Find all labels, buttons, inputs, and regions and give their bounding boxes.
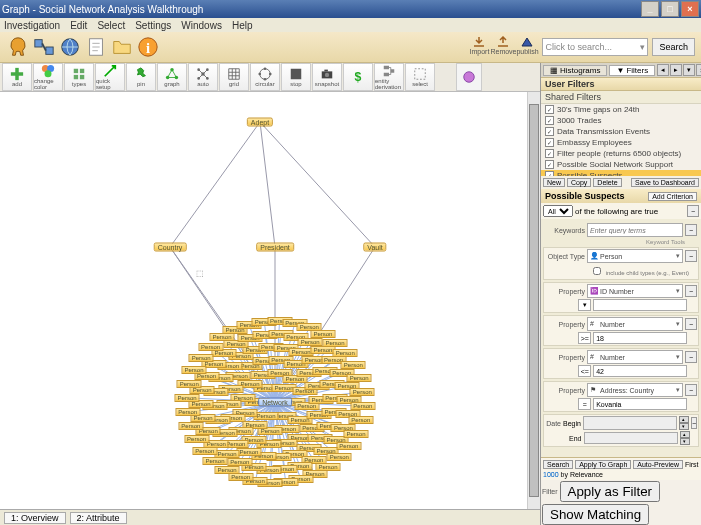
criterion-select[interactable]: ⚑Address: Country▾	[587, 383, 683, 397]
cluster-node[interactable]: Person	[189, 354, 214, 362]
status-tab-2[interactable]: 2: Attribute	[70, 512, 127, 524]
filter-item-4[interactable]: ✓Filter people (returns 6500 objects)	[541, 148, 701, 159]
cluster-node[interactable]: Person	[177, 380, 202, 388]
cluster-node[interactable]: Person	[178, 422, 203, 430]
tool-graph[interactable]: graph	[157, 63, 187, 91]
canvas-scrollbar[interactable]	[527, 92, 540, 509]
criterion-select[interactable]: #Number▾	[587, 350, 683, 364]
document-icon[interactable]	[84, 35, 108, 59]
cluster-node[interactable]: Person	[184, 435, 209, 443]
filter-save-dashboard[interactable]: Save to Dashboard	[631, 178, 699, 187]
graph-node-right[interactable]: Vault	[363, 243, 386, 252]
menu-help[interactable]: Help	[232, 20, 253, 31]
filter-new[interactable]: New	[543, 178, 565, 187]
graph-node-top[interactable]: Adept	[247, 118, 273, 127]
keywords-remove[interactable]: −	[685, 224, 697, 236]
publish-button[interactable]: publish	[516, 36, 538, 58]
status-tab-1[interactable]: 1: Overview	[4, 512, 66, 524]
tool-pin[interactable]: pin	[126, 63, 156, 91]
filter-item-5[interactable]: ✓Possible Social Network Support	[541, 159, 701, 170]
tool-auto[interactable]: auto	[188, 63, 218, 91]
include-subtypes-check[interactable]	[593, 267, 601, 275]
tool-add[interactable]: add	[2, 63, 32, 91]
criterion-op[interactable]: ▾	[578, 299, 591, 311]
graph-node-mid[interactable]: President	[256, 243, 294, 252]
tool-select[interactable]: select	[405, 63, 435, 91]
tool-circular[interactable]: circular	[250, 63, 280, 91]
user-filters-header[interactable]: User Filters	[541, 77, 701, 91]
menu-investigation[interactable]: Investigation	[4, 20, 60, 31]
tab-filters[interactable]: ▼Filters	[609, 65, 655, 76]
info-icon[interactable]: i	[136, 35, 160, 59]
graph-canvas[interactable]: Adept Country President Vault Network Pe…	[0, 92, 540, 509]
globe-icon[interactable]	[58, 35, 82, 59]
criterion-remove[interactable]: −	[685, 384, 697, 396]
shared-filters-header[interactable]: Shared Filters	[541, 91, 701, 104]
cluster-node[interactable]: Person	[348, 416, 373, 424]
cluster-node[interactable]: Person	[209, 333, 234, 341]
tool-grid[interactable]: grid	[219, 63, 249, 91]
tool-money[interactable]: $	[343, 63, 373, 91]
link-icon[interactable]	[32, 35, 56, 59]
footer-search[interactable]: Search	[543, 460, 573, 469]
criterion-remove[interactable]: −	[685, 318, 697, 330]
keywords-hint[interactable]: Keyword Tools	[543, 239, 699, 247]
nav-close[interactable]: ×	[696, 64, 701, 76]
remove-button[interactable]: Remove	[492, 36, 514, 58]
minimize-button[interactable]: _	[641, 1, 659, 17]
cluster-node[interactable]: Person	[310, 346, 335, 354]
filter-delete[interactable]: Delete	[593, 178, 621, 187]
cluster-node[interactable]: Person	[236, 448, 261, 456]
horseshoe-icon[interactable]	[6, 35, 30, 59]
tool-quick-setup[interactable]: quick setup	[95, 63, 125, 91]
cluster-node[interactable]: Person	[181, 366, 206, 374]
tool-change-color[interactable]: change color	[33, 63, 63, 91]
filter-item-1[interactable]: ✓3000 Trades	[541, 115, 701, 126]
import-button[interactable]: Import	[468, 36, 490, 58]
criterion-value-input[interactable]	[593, 299, 687, 311]
criterion-remove[interactable]: −	[685, 250, 697, 262]
nav-prev[interactable]: ◂	[657, 64, 669, 76]
date-remove[interactable]: −	[691, 417, 697, 429]
cluster-node[interactable]: Person	[333, 349, 358, 357]
filter-checkbox[interactable]: ✓	[545, 105, 554, 114]
cluster-node[interactable]: Person	[327, 453, 352, 461]
cluster-node[interactable]: Person	[198, 343, 223, 351]
criterion-value-input[interactable]	[593, 332, 687, 344]
menu-edit[interactable]: Edit	[70, 20, 87, 31]
add-criterion-button[interactable]: Add Criterion	[648, 192, 697, 201]
footer-count[interactable]: 1000	[543, 471, 559, 478]
cluster-node[interactable]: Person	[298, 338, 323, 346]
search-selector[interactable]: Click to search...▾	[542, 38, 648, 56]
date-end-spin[interactable]: ▴▾	[680, 431, 690, 445]
footer-auto-preview[interactable]: Auto-Preview	[633, 460, 683, 469]
filter-checkbox[interactable]: ✓	[545, 116, 554, 125]
cluster-node[interactable]: Person	[175, 394, 200, 402]
tab-histograms[interactable]: ▦Histograms	[543, 65, 607, 76]
nav-menu[interactable]: ▾	[683, 64, 695, 76]
menu-select[interactable]: Select	[97, 20, 125, 31]
cluster-node[interactable]: Person	[347, 374, 372, 382]
tool-snapshot[interactable]: snapshot	[312, 63, 342, 91]
menu-settings[interactable]: Settings	[135, 20, 171, 31]
criterion-remove[interactable]: −	[685, 285, 697, 297]
criterion-op[interactable]: >=	[578, 332, 591, 344]
filter-item-2[interactable]: ✓Data Transmission Events	[541, 126, 701, 137]
nav-next[interactable]: ▸	[670, 64, 682, 76]
criterion-value-input[interactable]	[593, 398, 687, 410]
menu-windows[interactable]: Windows	[181, 20, 222, 31]
cluster-node[interactable]: Person	[310, 330, 335, 338]
criterion-select[interactable]: 👤Person▾	[587, 249, 683, 263]
cluster-node[interactable]: Person	[336, 442, 361, 450]
search-button[interactable]: Search	[652, 38, 695, 56]
date-begin-spin[interactable]: ▴▾	[679, 416, 689, 430]
cluster-node[interactable]: Person	[175, 408, 200, 416]
criterion-value-input[interactable]	[593, 365, 687, 377]
filter-checkbox[interactable]: ✓	[545, 160, 554, 169]
match-mode-select[interactable]: All	[543, 205, 573, 217]
filter-copy[interactable]: Copy	[567, 178, 591, 187]
date-begin-input[interactable]	[583, 416, 677, 430]
criterion-select[interactable]: #Number▾	[587, 317, 683, 331]
footer-apply-graph[interactable]: Apply To Graph	[575, 460, 631, 469]
cluster-node[interactable]: Person	[341, 361, 366, 369]
